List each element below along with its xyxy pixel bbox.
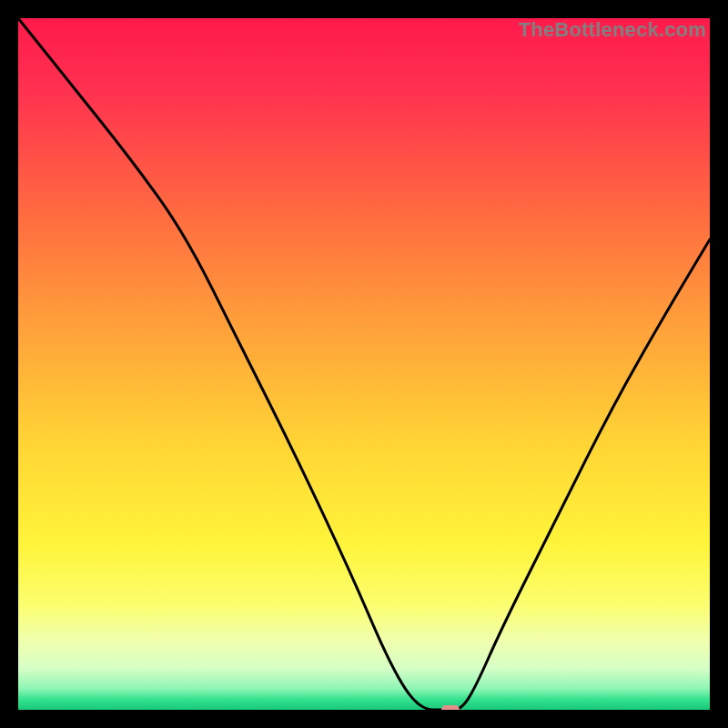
optimal-marker xyxy=(441,705,460,710)
bottleneck-curve-svg xyxy=(18,18,710,710)
bottleneck-curve-path xyxy=(18,18,710,710)
plot-area: TheBottleneck.com xyxy=(18,18,710,710)
bottleneck-chart: TheBottleneck.com xyxy=(0,0,728,728)
watermark-text: TheBottleneck.com xyxy=(519,18,706,42)
